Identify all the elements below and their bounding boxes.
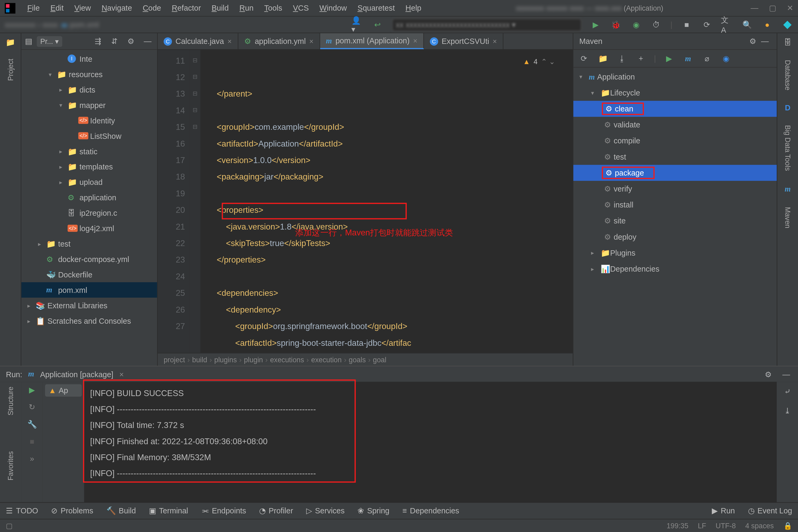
tree-item-templates[interactable]: ▸📁templates [21, 159, 157, 174]
cursor-position[interactable]: 199:35 [667, 521, 688, 530]
file-encoding[interactable]: UTF-8 [716, 521, 736, 530]
console-output[interactable]: [INFO] BUILD SUCCESS[INFO] -------------… [84, 382, 777, 502]
menu-squaretest[interactable]: Squaretest [353, 2, 400, 14]
tree-item-pom-xml[interactable]: mpom.xml [21, 282, 157, 298]
editor-tab-3[interactable]: C ExportCSVUti × [424, 33, 503, 49]
tab-maven[interactable]: Maven [784, 207, 792, 228]
tree-item-resources[interactable]: ▾📁resources [21, 66, 157, 82]
close-tab-icon[interactable]: × [309, 37, 314, 45]
wrench-icon[interactable]: 🔧 [27, 420, 37, 429]
hide-panel-icon[interactable]: — [780, 368, 792, 380]
codewithme-icon[interactable] [781, 19, 794, 31]
maven-phase-package[interactable]: ⚙package [573, 165, 777, 181]
editor-tab-2[interactable]: m pom.xml (Application) × [320, 33, 424, 49]
tree-item-inte[interactable]: IInte [21, 51, 157, 66]
project-view-selector[interactable]: Pr... ▾ [37, 36, 62, 46]
minimize-button[interactable]: — [750, 3, 758, 12]
readonly-lock-icon[interactable]: 🔒 [783, 521, 792, 530]
toggle-skip-tests-icon[interactable]: ⌀ [701, 52, 713, 64]
menu-run[interactable]: Run [234, 2, 258, 14]
tree-item-test[interactable]: ▸📁test [21, 236, 157, 251]
menu-vcs[interactable]: VCS [288, 2, 314, 14]
run-maven-icon[interactable]: ▶ [663, 52, 675, 64]
tree-item-scratches-and-consoles[interactable]: ▸📋Scratches and Consoles [21, 313, 157, 328]
user-icon[interactable]: 👤▾ [352, 19, 363, 31]
maven-phase-compile[interactable]: ⚙compile [573, 133, 777, 149]
search-icon[interactable]: 🔍 [741, 19, 753, 31]
tool-eventlog[interactable]: ◷ Event Log [748, 507, 792, 515]
tree-item-docker-compose-yml[interactable]: ⚙docker-compose.yml [21, 251, 157, 267]
stop-icon[interactable]: ■ [30, 437, 35, 446]
run-button[interactable]: ▶ [590, 19, 602, 31]
scroll-to-end-icon[interactable]: ⤓ [781, 404, 794, 416]
tool-terminal[interactable]: ▣ Terminal [149, 507, 188, 515]
crumb-plugins[interactable]: plugins [214, 355, 237, 364]
generate-sources-icon[interactable]: 📁 [597, 52, 609, 64]
tool-todo[interactable]: ☰ TODO [6, 507, 38, 515]
tree-item-mapper[interactable]: ▾📁mapper [21, 97, 157, 113]
tool-build[interactable]: 🔨 Build [107, 507, 136, 515]
project-view-icon[interactable]: ▤ [25, 37, 32, 45]
maven-phase-site[interactable]: ⚙site [573, 213, 777, 229]
maven-phase-install[interactable]: ⚙install [573, 197, 777, 213]
more-icon[interactable]: » [30, 454, 34, 463]
download-icon[interactable]: ⭳ [616, 52, 628, 64]
editor-tab-1[interactable]: ⚙ application.yml × [238, 33, 320, 49]
crumb-plugin[interactable]: plugin [244, 355, 263, 364]
menu-refactor[interactable]: Refactor [167, 2, 206, 14]
menu-view[interactable]: View [70, 2, 96, 14]
close-tab-icon[interactable]: × [493, 37, 497, 45]
gear-icon[interactable]: ⚙ [762, 368, 774, 380]
back-icon[interactable]: ↩ [372, 19, 384, 31]
tree-item-log4j2-xml[interactable]: </>log4j2.xml [21, 221, 157, 236]
crumb-execution[interactable]: execution [311, 355, 342, 364]
ide-update-icon[interactable]: ● [761, 19, 773, 31]
maven-phase-verify[interactable]: ⚙verify [573, 181, 777, 197]
soft-wrap-icon[interactable]: ⤶ [781, 385, 794, 397]
menu-edit[interactable]: Edit [46, 2, 69, 14]
editor-tab-0[interactable]: C Calculate.java × [158, 33, 238, 49]
gear-icon[interactable]: ⚙ [125, 35, 137, 48]
debug-button[interactable]: 🐞 [610, 19, 622, 31]
maven-icon[interactable]: m [785, 184, 791, 194]
inspection-badge[interactable]: ▲4 ⌃ ⌄ [523, 54, 555, 70]
maven-phase-deploy[interactable]: ⚙deploy [573, 229, 777, 245]
crumb-build[interactable]: build [192, 355, 207, 364]
tool-endpoints[interactable]: ⫘ Endpoints [201, 507, 246, 515]
tree-item-identity[interactable]: </>Identity [21, 113, 157, 128]
project-tree[interactable]: IInte▾📁resources▸📁dicts▾📁mapper</>Identi… [21, 50, 157, 366]
crumb-project[interactable]: project [164, 355, 185, 364]
tree-item-application[interactable]: ⚙application [21, 190, 157, 205]
tree-item-dicts[interactable]: ▸📁dicts [21, 82, 157, 97]
execute-goal-icon[interactable]: m [682, 52, 694, 64]
maven-dependencies[interactable]: ▸📊 Dependencies [573, 261, 777, 277]
tool-spring[interactable]: ❀ Spring [358, 507, 389, 515]
maven-phase-clean[interactable]: ⚙clean [573, 101, 777, 117]
breadcrumb[interactable]: xxxxxxxx › xxxx m pom.xml [5, 20, 99, 30]
maven-lifecycle[interactable]: ▾📁 Lifecycle [573, 85, 777, 101]
tool-profiler[interactable]: ◔ Profiler [259, 507, 293, 515]
project-tool-icon[interactable]: 📁 [5, 38, 15, 47]
code-area[interactable]: </parent> <groupId>com.example</groupId>… [200, 50, 573, 353]
menu-navigate[interactable]: Navigate [97, 2, 137, 14]
expand-all-icon[interactable]: ⇵ [109, 35, 120, 48]
menu-code[interactable]: Code [138, 2, 166, 14]
tool-services[interactable]: ▷ Services [306, 507, 345, 515]
maven-plugins[interactable]: ▸📁 Plugins [573, 245, 777, 261]
menu-tools[interactable]: Tools [260, 2, 287, 14]
editor[interactable]: 1112131415161718192021222324252627 ⊟⊟⊟⊟⊟… [158, 50, 573, 353]
vcs-update-icon[interactable]: ⟳ [701, 19, 713, 31]
tool-dependencies[interactable]: ≡ Dependencies [402, 507, 459, 515]
close-tab-icon[interactable]: × [413, 36, 417, 45]
translate-icon[interactable]: 文A [721, 19, 733, 31]
close-button[interactable]: ✕ [787, 3, 794, 12]
gear-icon[interactable]: ⚙ [747, 35, 759, 48]
tree-item-external-libraries[interactable]: ▸📚External Libraries [21, 298, 157, 313]
coverage-button[interactable]: ◉ [630, 19, 642, 31]
tab-favorites[interactable]: Favorites [7, 451, 15, 480]
maximize-button[interactable]: ▢ [769, 3, 776, 12]
tree-item-listshow[interactable]: </>ListShow [21, 128, 157, 144]
stop-button[interactable]: ■ [681, 19, 693, 31]
run-config-selector[interactable]: xx xxxxxxxxxxxxxxxxxxxxxxxxxxx ▾ [392, 18, 581, 31]
indent-setting[interactable]: 4 spaces [745, 521, 774, 530]
